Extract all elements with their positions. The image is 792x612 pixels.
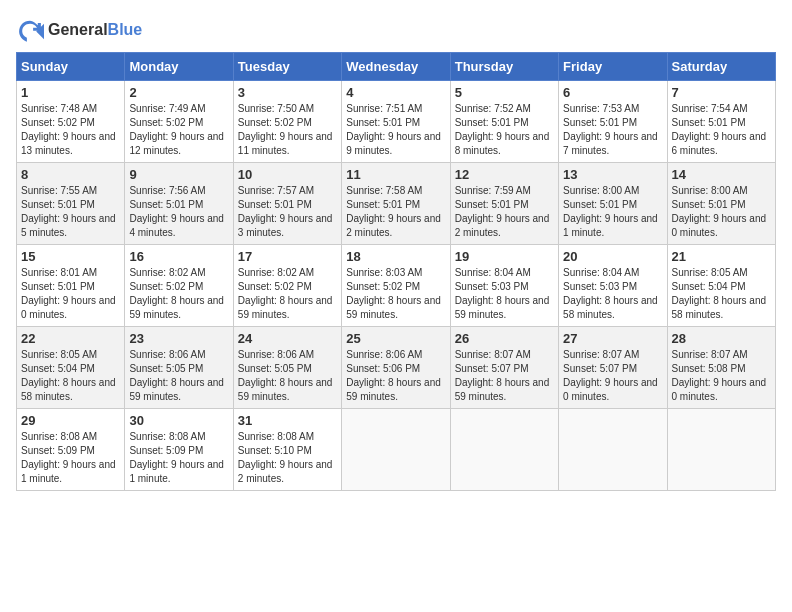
day-number: 2	[129, 85, 228, 100]
header: GeneralBlue	[16, 16, 776, 44]
cell-info: Sunrise: 7:55 AMSunset: 5:01 PMDaylight:…	[21, 184, 120, 240]
cell-info: Sunrise: 7:57 AMSunset: 5:01 PMDaylight:…	[238, 184, 337, 240]
calendar-cell: 21 Sunrise: 8:05 AMSunset: 5:04 PMDaylig…	[667, 245, 775, 327]
calendar-cell: 31 Sunrise: 8:08 AMSunset: 5:10 PMDaylig…	[233, 409, 341, 491]
day-number: 18	[346, 249, 445, 264]
cell-info: Sunrise: 7:53 AMSunset: 5:01 PMDaylight:…	[563, 102, 662, 158]
calendar-cell: 19 Sunrise: 8:04 AMSunset: 5:03 PMDaylig…	[450, 245, 558, 327]
day-number: 16	[129, 249, 228, 264]
day-number: 14	[672, 167, 771, 182]
calendar-table: SundayMondayTuesdayWednesdayThursdayFrid…	[16, 52, 776, 491]
weekday-header: Thursday	[450, 53, 558, 81]
calendar-cell: 22 Sunrise: 8:05 AMSunset: 5:04 PMDaylig…	[17, 327, 125, 409]
cell-info: Sunrise: 7:56 AMSunset: 5:01 PMDaylight:…	[129, 184, 228, 240]
day-number: 9	[129, 167, 228, 182]
calendar-cell: 30 Sunrise: 8:08 AMSunset: 5:09 PMDaylig…	[125, 409, 233, 491]
day-number: 1	[21, 85, 120, 100]
day-number: 7	[672, 85, 771, 100]
calendar-cell: 15 Sunrise: 8:01 AMSunset: 5:01 PMDaylig…	[17, 245, 125, 327]
cell-info: Sunrise: 7:48 AMSunset: 5:02 PMDaylight:…	[21, 102, 120, 158]
day-number: 6	[563, 85, 662, 100]
calendar-cell: 25 Sunrise: 8:06 AMSunset: 5:06 PMDaylig…	[342, 327, 450, 409]
day-number: 5	[455, 85, 554, 100]
logo-text: GeneralBlue	[48, 21, 142, 39]
calendar-cell: 11 Sunrise: 7:58 AMSunset: 5:01 PMDaylig…	[342, 163, 450, 245]
calendar-cell: 10 Sunrise: 7:57 AMSunset: 5:01 PMDaylig…	[233, 163, 341, 245]
calendar-cell: 16 Sunrise: 8:02 AMSunset: 5:02 PMDaylig…	[125, 245, 233, 327]
day-number: 3	[238, 85, 337, 100]
cell-info: Sunrise: 8:07 AMSunset: 5:07 PMDaylight:…	[563, 348, 662, 404]
calendar-cell: 29 Sunrise: 8:08 AMSunset: 5:09 PMDaylig…	[17, 409, 125, 491]
cell-info: Sunrise: 8:06 AMSunset: 5:05 PMDaylight:…	[129, 348, 228, 404]
calendar-cell: 2 Sunrise: 7:49 AMSunset: 5:02 PMDayligh…	[125, 81, 233, 163]
cell-info: Sunrise: 8:08 AMSunset: 5:09 PMDaylight:…	[21, 430, 120, 486]
day-number: 12	[455, 167, 554, 182]
calendar-cell: 24 Sunrise: 8:06 AMSunset: 5:05 PMDaylig…	[233, 327, 341, 409]
calendar-cell: 12 Sunrise: 7:59 AMSunset: 5:01 PMDaylig…	[450, 163, 558, 245]
calendar-cell	[450, 409, 558, 491]
cell-info: Sunrise: 8:08 AMSunset: 5:10 PMDaylight:…	[238, 430, 337, 486]
weekday-header: Sunday	[17, 53, 125, 81]
day-number: 22	[21, 331, 120, 346]
calendar-cell: 4 Sunrise: 7:51 AMSunset: 5:01 PMDayligh…	[342, 81, 450, 163]
day-number: 17	[238, 249, 337, 264]
cell-info: Sunrise: 8:03 AMSunset: 5:02 PMDaylight:…	[346, 266, 445, 322]
day-number: 29	[21, 413, 120, 428]
calendar-cell	[342, 409, 450, 491]
day-number: 8	[21, 167, 120, 182]
day-number: 4	[346, 85, 445, 100]
weekday-header: Tuesday	[233, 53, 341, 81]
cell-info: Sunrise: 8:04 AMSunset: 5:03 PMDaylight:…	[455, 266, 554, 322]
cell-info: Sunrise: 7:52 AMSunset: 5:01 PMDaylight:…	[455, 102, 554, 158]
calendar-cell	[559, 409, 667, 491]
calendar-cell: 7 Sunrise: 7:54 AMSunset: 5:01 PMDayligh…	[667, 81, 775, 163]
calendar-cell: 20 Sunrise: 8:04 AMSunset: 5:03 PMDaylig…	[559, 245, 667, 327]
calendar-cell: 6 Sunrise: 7:53 AMSunset: 5:01 PMDayligh…	[559, 81, 667, 163]
calendar-cell: 1 Sunrise: 7:48 AMSunset: 5:02 PMDayligh…	[17, 81, 125, 163]
cell-info: Sunrise: 8:01 AMSunset: 5:01 PMDaylight:…	[21, 266, 120, 322]
cell-info: Sunrise: 8:04 AMSunset: 5:03 PMDaylight:…	[563, 266, 662, 322]
day-number: 20	[563, 249, 662, 264]
cell-info: Sunrise: 7:58 AMSunset: 5:01 PMDaylight:…	[346, 184, 445, 240]
calendar-cell: 13 Sunrise: 8:00 AMSunset: 5:01 PMDaylig…	[559, 163, 667, 245]
calendar-cell: 14 Sunrise: 8:00 AMSunset: 5:01 PMDaylig…	[667, 163, 775, 245]
weekday-header: Saturday	[667, 53, 775, 81]
cell-info: Sunrise: 8:02 AMSunset: 5:02 PMDaylight:…	[238, 266, 337, 322]
cell-info: Sunrise: 8:05 AMSunset: 5:04 PMDaylight:…	[21, 348, 120, 404]
cell-info: Sunrise: 8:08 AMSunset: 5:09 PMDaylight:…	[129, 430, 228, 486]
cell-info: Sunrise: 8:07 AMSunset: 5:08 PMDaylight:…	[672, 348, 771, 404]
logo: GeneralBlue	[16, 16, 142, 44]
cell-info: Sunrise: 7:59 AMSunset: 5:01 PMDaylight:…	[455, 184, 554, 240]
weekday-header: Wednesday	[342, 53, 450, 81]
calendar-cell: 3 Sunrise: 7:50 AMSunset: 5:02 PMDayligh…	[233, 81, 341, 163]
cell-info: Sunrise: 8:00 AMSunset: 5:01 PMDaylight:…	[672, 184, 771, 240]
calendar-cell: 8 Sunrise: 7:55 AMSunset: 5:01 PMDayligh…	[17, 163, 125, 245]
day-number: 23	[129, 331, 228, 346]
logo-icon	[16, 16, 44, 44]
day-number: 30	[129, 413, 228, 428]
day-number: 24	[238, 331, 337, 346]
cell-info: Sunrise: 7:50 AMSunset: 5:02 PMDaylight:…	[238, 102, 337, 158]
cell-info: Sunrise: 7:49 AMSunset: 5:02 PMDaylight:…	[129, 102, 228, 158]
weekday-header: Friday	[559, 53, 667, 81]
calendar-cell: 28 Sunrise: 8:07 AMSunset: 5:08 PMDaylig…	[667, 327, 775, 409]
calendar-cell: 26 Sunrise: 8:07 AMSunset: 5:07 PMDaylig…	[450, 327, 558, 409]
day-number: 10	[238, 167, 337, 182]
day-number: 15	[21, 249, 120, 264]
day-number: 27	[563, 331, 662, 346]
cell-info: Sunrise: 7:51 AMSunset: 5:01 PMDaylight:…	[346, 102, 445, 158]
calendar-cell: 18 Sunrise: 8:03 AMSunset: 5:02 PMDaylig…	[342, 245, 450, 327]
day-number: 31	[238, 413, 337, 428]
day-number: 26	[455, 331, 554, 346]
cell-info: Sunrise: 7:54 AMSunset: 5:01 PMDaylight:…	[672, 102, 771, 158]
calendar-cell: 9 Sunrise: 7:56 AMSunset: 5:01 PMDayligh…	[125, 163, 233, 245]
day-number: 11	[346, 167, 445, 182]
day-number: 13	[563, 167, 662, 182]
day-number: 28	[672, 331, 771, 346]
cell-info: Sunrise: 8:06 AMSunset: 5:06 PMDaylight:…	[346, 348, 445, 404]
cell-info: Sunrise: 8:06 AMSunset: 5:05 PMDaylight:…	[238, 348, 337, 404]
day-number: 21	[672, 249, 771, 264]
calendar-cell: 5 Sunrise: 7:52 AMSunset: 5:01 PMDayligh…	[450, 81, 558, 163]
calendar-cell	[667, 409, 775, 491]
day-number: 25	[346, 331, 445, 346]
